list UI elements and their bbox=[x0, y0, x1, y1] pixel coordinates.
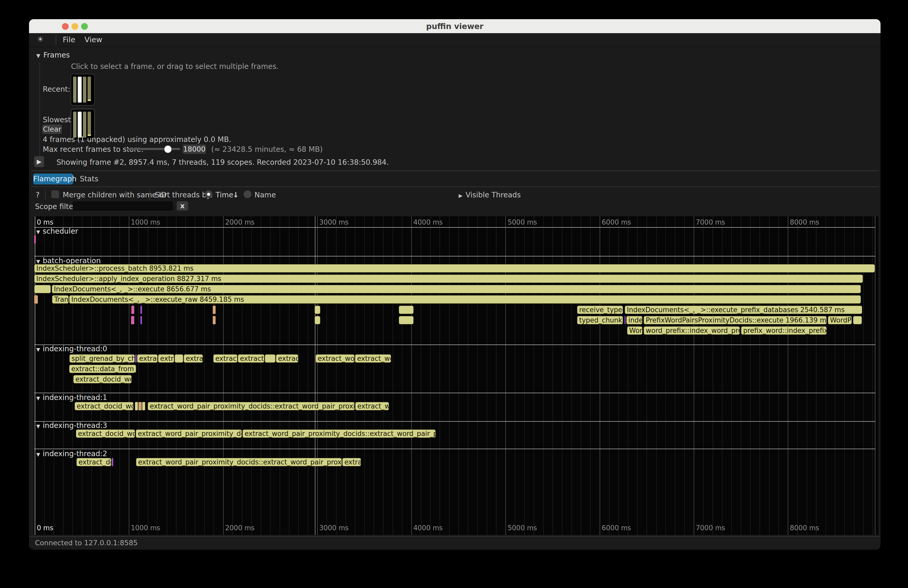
scope-bar[interactable] bbox=[140, 316, 142, 324]
chevron-down-icon: ▼ bbox=[36, 53, 40, 59]
scope-bar[interactable]: word_prefix::index_word_prefix_ bbox=[644, 326, 740, 335]
scope-bar[interactable] bbox=[131, 306, 134, 314]
scope-bar[interactable]: extract_docid_word bbox=[76, 429, 135, 438]
thread-section-header[interactable]: ▼scheduler bbox=[36, 227, 78, 235]
scope-bar[interactable] bbox=[34, 285, 51, 293]
scope-bar[interactable] bbox=[34, 235, 36, 244]
scope-bar[interactable]: extract_docid_word bbox=[73, 375, 132, 383]
axis-tick-label: 0 ms bbox=[37, 524, 53, 532]
scope-bar[interactable]: extract bbox=[137, 354, 158, 363]
axis-tick-label: 3000 ms bbox=[319, 524, 349, 532]
scope-bar[interactable]: split_grenad_by_chun bbox=[69, 354, 135, 363]
axis-tick-label: 7000 ms bbox=[696, 524, 725, 532]
merge-children-label: Merge children with same ID bbox=[63, 191, 167, 199]
scope-bar[interactable]: extract_ bbox=[238, 354, 264, 363]
scope-bar[interactable]: extract_word_pair_proximity_docids::extr… bbox=[136, 458, 342, 466]
scope-bar[interactable] bbox=[399, 306, 414, 314]
merge-children-checkbox[interactable] bbox=[51, 190, 59, 198]
max-frames-value[interactable]: 18000 bbox=[183, 145, 206, 154]
clear-button[interactable]: Clear bbox=[42, 125, 62, 134]
sort-name-radio[interactable] bbox=[243, 190, 251, 198]
scope-bar[interactable] bbox=[175, 354, 183, 363]
scope-bar[interactable]: extract_wo bbox=[355, 402, 389, 410]
scope-bar[interactable]: Word bbox=[627, 326, 642, 335]
thread-section-header[interactable]: ▼indexing-thread:3 bbox=[36, 421, 107, 430]
max-frames-slider-knob[interactable] bbox=[164, 145, 172, 153]
max-frames-slider[interactable] bbox=[127, 148, 180, 150]
scope-bar[interactable]: IndexDocuments<_, _>::execute_raw 8459.1… bbox=[69, 295, 861, 304]
scope-bar[interactable] bbox=[135, 354, 137, 363]
scope-bar[interactable] bbox=[213, 306, 216, 314]
thread-section-header[interactable]: ▼indexing-thread:0 bbox=[36, 344, 107, 353]
scope-bar[interactable]: receive_typed_ bbox=[577, 306, 623, 314]
scope-bar[interactable]: extract_doc bbox=[76, 458, 111, 466]
scope-bar[interactable]: extract_word_pair_proximity_docids::extr… bbox=[243, 429, 436, 438]
recent-frames-thumbnail[interactable] bbox=[71, 74, 95, 105]
scope-filter-input[interactable] bbox=[72, 201, 173, 210]
scope-bar[interactable]: IndexDocuments<_, _>::execute_prefix_dat… bbox=[625, 306, 862, 314]
scope-bar[interactable]: extract_wo bbox=[355, 354, 391, 363]
scope-bar[interactable]: extra bbox=[158, 354, 174, 363]
tab-stats[interactable]: Stats bbox=[80, 174, 98, 185]
tab-flamegraph[interactable]: Flamegraph bbox=[33, 174, 73, 185]
thread-section-header[interactable]: ▼batch-operation bbox=[36, 257, 101, 265]
scope-bar[interactable]: extract_docid_word bbox=[75, 402, 134, 410]
scope-bar[interactable] bbox=[138, 402, 142, 410]
indent-guide bbox=[39, 63, 40, 164]
axis-tick-label: 6000 ms bbox=[602, 218, 631, 226]
scope-bar[interactable]: IndexDocuments<_, _>::execute 8656.677 m… bbox=[52, 285, 861, 293]
section-separator bbox=[34, 256, 875, 257]
chevron-right-icon: ▶ bbox=[459, 193, 462, 198]
scope-bar[interactable] bbox=[142, 402, 145, 410]
scope-bar[interactable]: WordPr bbox=[828, 316, 852, 324]
sort-time-radio[interactable] bbox=[205, 190, 213, 198]
scope-bar[interactable]: extrac bbox=[184, 354, 203, 363]
scope-bar[interactable]: extrac bbox=[342, 458, 361, 466]
scope-bar[interactable]: extract_word_pair_proximity_docids bbox=[136, 429, 242, 438]
menu-file[interactable]: File bbox=[63, 35, 76, 44]
scope-bar[interactable]: extract bbox=[276, 354, 298, 363]
axis-tick-label: 8000 ms bbox=[790, 218, 819, 226]
sort-time-label[interactable]: Time bbox=[216, 191, 233, 199]
axis-tick-label: 8000 ms bbox=[790, 524, 819, 532]
play-button[interactable]: ▶ bbox=[34, 156, 44, 167]
scope-bar[interactable] bbox=[265, 354, 275, 363]
frames-section-header[interactable]: ▼Frames bbox=[36, 51, 70, 59]
sun-icon[interactable]: ☀ bbox=[37, 35, 44, 44]
thread-section-header[interactable]: ▼indexing-thread:2 bbox=[36, 450, 107, 458]
scope-bar[interactable]: IndexScheduler>::process_batch 8953.821 … bbox=[34, 264, 875, 273]
menu-view[interactable]: View bbox=[84, 35, 102, 44]
thread-section-label: indexing-thread:1 bbox=[43, 393, 107, 402]
axis-tick-label: 4000 ms bbox=[413, 218, 443, 226]
scope-bar[interactable] bbox=[315, 316, 320, 324]
help-button[interactable]: ? bbox=[36, 191, 40, 199]
app-window: puffin viewer ☀ File View ▼Frames Click … bbox=[29, 19, 881, 549]
scope-bar[interactable] bbox=[625, 316, 626, 324]
scope-bar[interactable] bbox=[131, 316, 134, 324]
scope-bar[interactable] bbox=[140, 306, 142, 314]
thread-section-header[interactable]: ▼indexing-thread:1 bbox=[36, 393, 107, 402]
scope-bar[interactable]: IndexScheduler>::apply_index_operation 8… bbox=[34, 275, 863, 283]
scope-bar[interactable]: extract_ bbox=[213, 354, 237, 363]
scope-bar[interactable]: extract_word_pair_proximity_docids::extr… bbox=[148, 402, 355, 410]
scope-bar[interactable]: prefix_word::index_prefix_wo bbox=[741, 326, 827, 335]
sort-name-label[interactable]: Name bbox=[254, 191, 276, 199]
flamegraph-canvas[interactable]: 0 ms0 ms1000 ms1000 ms2000 ms2000 ms3000… bbox=[34, 216, 879, 535]
scope-bar[interactable] bbox=[112, 458, 113, 466]
scope-bar[interactable]: PrefixWordPairsProximityDocids::execute … bbox=[644, 316, 827, 324]
scope-bar[interactable]: index bbox=[626, 316, 642, 324]
scope-bar[interactable] bbox=[853, 316, 862, 324]
sort-threads-label: Sort threads by: bbox=[155, 191, 213, 199]
visible-threads-header[interactable]: ▶Visible Threads bbox=[459, 191, 521, 199]
clear-filter-button[interactable]: x bbox=[177, 201, 188, 210]
scope-bar[interactable]: Trans bbox=[52, 295, 69, 304]
scope-bar[interactable] bbox=[315, 306, 320, 314]
scope-bar[interactable] bbox=[399, 316, 414, 324]
scope-bar[interactable] bbox=[34, 295, 38, 304]
scope-bar[interactable]: extract::data_from_ob bbox=[69, 365, 136, 373]
scope-bar[interactable] bbox=[213, 316, 216, 324]
sort-direction-arrow-icon[interactable]: ↓ bbox=[233, 191, 239, 199]
scope-bar[interactable] bbox=[135, 402, 138, 410]
scope-bar[interactable]: extract_word bbox=[316, 354, 354, 363]
scope-bar[interactable]: typed_chunk::w bbox=[577, 316, 623, 324]
